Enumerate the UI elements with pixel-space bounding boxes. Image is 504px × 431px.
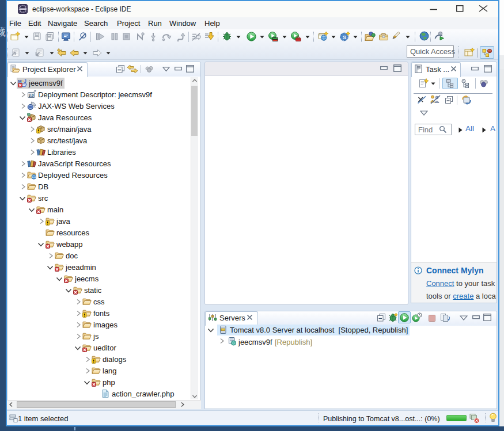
svg-text:S: S — [343, 34, 347, 40]
svg-text:3.0: 3.0 — [29, 93, 34, 97]
svg-text:J: J — [24, 79, 26, 84]
